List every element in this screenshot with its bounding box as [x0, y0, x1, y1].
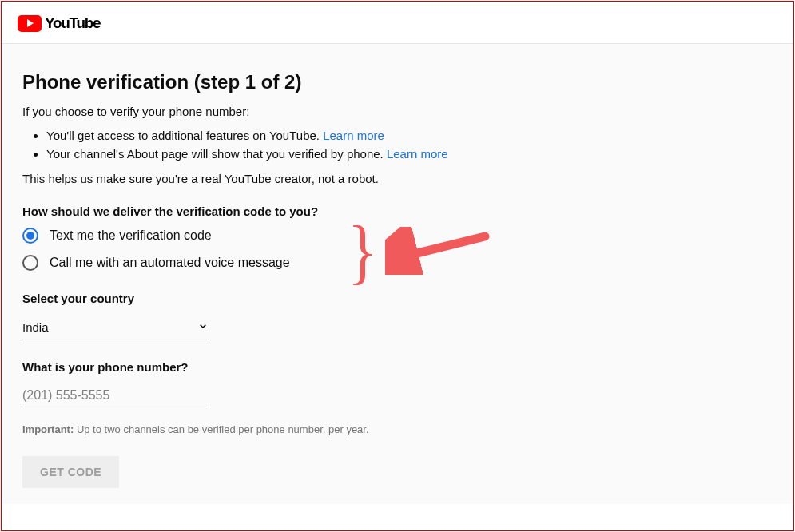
header: YouTube	[2, 2, 793, 44]
delivery-question: How should we deliver the verification c…	[22, 204, 773, 218]
radio-button-icon	[22, 228, 38, 244]
radio-label: Text me the verification code	[50, 228, 212, 243]
learn-more-link[interactable]: Learn more	[387, 147, 448, 161]
radio-button-icon	[22, 255, 38, 271]
phone-label: What is your phone number?	[22, 360, 773, 374]
youtube-play-icon	[18, 15, 42, 32]
list-item: You'll get access to additional features…	[46, 126, 773, 145]
get-code-button[interactable]: GET CODE	[22, 456, 119, 488]
benefit-text: Your channel's About page will show that…	[46, 147, 387, 161]
delivery-radio-group: Text me the verification code Call me wi…	[22, 228, 773, 271]
radio-option-text[interactable]: Text me the verification code	[22, 228, 773, 244]
youtube-logo[interactable]: YouTube	[18, 14, 100, 32]
helper-text: This helps us make sure you're a real Yo…	[22, 172, 773, 185]
benefits-list: You'll get access to additional features…	[46, 126, 773, 164]
youtube-logo-text: YouTube	[45, 14, 100, 32]
chevron-down-icon	[197, 320, 209, 335]
benefit-text: You'll get access to additional features…	[46, 129, 323, 142]
important-note: Important: Up to two channels can be ver…	[22, 423, 773, 435]
intro-text: If you choose to verify your phone numbe…	[22, 105, 773, 118]
country-select[interactable]: India	[22, 315, 209, 339]
page-title: Phone verification (step 1 of 2)	[22, 71, 773, 93]
main-content: Phone verification (step 1 of 2) If you …	[2, 44, 793, 504]
radio-label: Call me with an automated voice message	[50, 256, 290, 270]
note-text: Up to two channels can be verified per p…	[74, 423, 368, 435]
radio-option-call[interactable]: Call me with an automated voice message	[22, 255, 773, 271]
note-bold: Important:	[22, 423, 74, 435]
list-item: Your channel's About page will show that…	[46, 145, 773, 163]
country-label: Select your country	[22, 292, 773, 305]
learn-more-link[interactable]: Learn more	[323, 129, 384, 142]
phone-input[interactable]	[22, 388, 209, 403]
country-value: India	[22, 320, 49, 334]
